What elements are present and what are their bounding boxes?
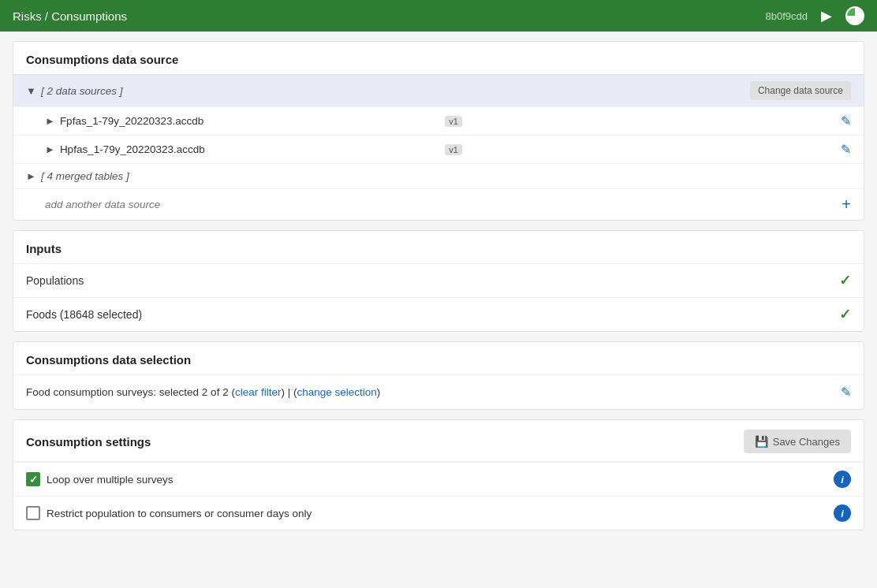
selection-separator: ) | ( (281, 386, 297, 398)
add-datasource-label: add another data source (26, 199, 842, 210)
datasource-row-2: ► Hpfas_1-79y_20220323.accdb v1 ✎ (13, 135, 864, 163)
consumption-settings-section: Consumption settings 💾 Save Changes Loop… (13, 419, 864, 530)
loop-checkbox-wrap: Loop over multiple surveys (26, 472, 834, 486)
loop-checkbox[interactable] (26, 472, 40, 486)
section-title-inputs: Inputs (13, 231, 864, 263)
play-button[interactable]: ▶ (817, 6, 836, 25)
save-changes-button[interactable]: 💾 Save Changes (744, 430, 851, 453)
main-content: Consumptions data source ▼ [ 2 data sour… (0, 32, 877, 540)
add-datasource-row: add another data source + (13, 188, 864, 220)
setting-row-loop: Loop over multiple surveys i (13, 462, 864, 496)
source1-version: v1 (445, 116, 462, 127)
restrict-info-icon[interactable]: i (834, 504, 851, 522)
source2-edit-icon[interactable]: ✎ (841, 142, 851, 157)
change-selection-link[interactable]: change selection (297, 386, 376, 398)
merged-chevron[interactable]: ► (26, 170, 36, 182)
source2-name: Hpfas_1-79y_20220323.accdb (60, 143, 438, 155)
source1-chevron[interactable]: ► (45, 115, 55, 127)
settings-header: Consumption settings 💾 Save Changes (13, 420, 864, 462)
restrict-label: Restrict population to consumers or cons… (47, 508, 312, 519)
source2-version: v1 (445, 144, 462, 155)
navbar: Risks / Consumptions 8b0f9cdd ▶ (0, 0, 877, 32)
section-title-datasource: Consumptions data source (13, 42, 864, 74)
populations-label: Populations (26, 274, 839, 287)
selection-suffix: ) (377, 386, 381, 398)
input-row-populations: Populations ✓ (13, 263, 864, 297)
source2-chevron[interactable]: ► (45, 143, 55, 155)
selection-row: Food consumption surveys: selected 2 of … (13, 374, 864, 409)
datasource-root-label: [ 2 data sources ] (41, 85, 750, 97)
save-label: Save Changes (773, 436, 840, 448)
floppy-icon: 💾 (755, 435, 768, 448)
datasource-row-1: ► Fpfas_1-79y_20220323.accdb v1 ✎ (13, 106, 864, 135)
build-hash: 8b0f9cdd (766, 10, 808, 22)
source1-edit-icon[interactable]: ✎ (841, 114, 851, 128)
change-datasource-button[interactable]: Change data source (750, 81, 851, 100)
consumptions-data-source-section: Consumptions data source ▼ [ 2 data sour… (13, 41, 864, 221)
foods-check-icon: ✓ (839, 306, 851, 323)
pie-chart-icon[interactable] (845, 6, 864, 25)
source1-name: Fpfas_1-79y_20220323.accdb (60, 115, 438, 127)
selection-text: Food consumption surveys: selected 2 of … (26, 386, 841, 398)
input-row-foods: Foods (18648 selected) ✓ (13, 297, 864, 331)
loop-info-icon[interactable]: i (834, 471, 851, 488)
datasource-root-row: ▼ [ 2 data sources ] Change data source (13, 74, 864, 106)
add-datasource-icon[interactable]: + (842, 195, 851, 214)
page-title: Risks / Consumptions (13, 9, 127, 23)
navbar-right: 8b0f9cdd ▶ (766, 6, 865, 25)
consumptions-data-selection-section: Consumptions data selection Food consump… (13, 341, 864, 410)
populations-check-icon: ✓ (839, 272, 851, 289)
foods-label: Foods (18648 selected) (26, 308, 839, 321)
setting-row-restrict: Restrict population to consumers or cons… (13, 496, 864, 530)
restrict-checkbox[interactable] (26, 506, 40, 520)
section-title-selection: Consumptions data selection (13, 342, 864, 374)
root-chevron[interactable]: ▼ (26, 85, 36, 97)
merged-label: [ 4 merged tables ] (41, 170, 851, 182)
selection-edit-icon[interactable]: ✎ (841, 385, 851, 400)
merged-tables-row: ► [ 4 merged tables ] (13, 163, 864, 188)
restrict-checkbox-wrap: Restrict population to consumers or cons… (26, 506, 834, 520)
selection-prefix: Food consumption surveys: selected 2 of … (26, 386, 235, 398)
clear-filter-link[interactable]: clear filter (235, 386, 282, 398)
section-title-settings: Consumption settings (26, 435, 744, 448)
inputs-section: Inputs Populations ✓ Foods (18648 select… (13, 230, 864, 332)
loop-label: Loop over multiple surveys (47, 474, 174, 486)
